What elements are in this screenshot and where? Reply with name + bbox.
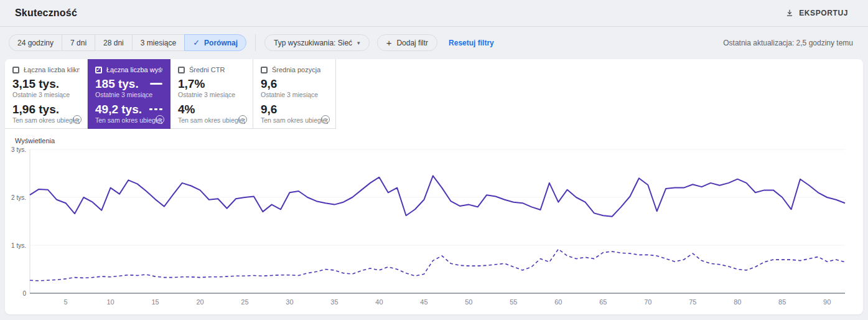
- metric-card-position[interactable]: ✓ Średnia pozycja 9,6 Ostatnie 3 miesiąc…: [253, 59, 336, 129]
- position-primary-caption: Ostatnie 3 miesiące: [261, 91, 328, 98]
- page-title: Skuteczność: [15, 7, 77, 19]
- compare-label: Porównaj: [204, 39, 238, 47]
- svg-text:10: 10: [106, 298, 114, 306]
- compare-toggle-button[interactable]: ✓ Porównaj: [184, 34, 246, 51]
- impressions-secondary-caption: Ten sam okres ubiegłeg...: [95, 116, 162, 124]
- svg-text:15: 15: [151, 298, 159, 306]
- svg-text:0: 0: [22, 290, 26, 297]
- check-icon: ✓: [193, 38, 200, 47]
- help-icon[interactable]: ?: [238, 115, 247, 124]
- download-icon: [785, 9, 794, 17]
- metric-card-ctr[interactable]: ✓ Średni CTR 1,7% Ostatnie 3 miesiące 4%…: [170, 59, 253, 129]
- range-7d-label: 7 dni: [70, 39, 86, 47]
- export-button-label: EKSPORTUJ: [799, 9, 848, 17]
- filter-bar: 24 godziny 7 dni 28 dni 3 miesiące ✓ Por…: [0, 27, 868, 59]
- position-secondary-caption: Ten sam okres ubiegłeg...: [261, 116, 328, 124]
- page-header: Skuteczność EKSPORTUJ: [0, 0, 868, 27]
- svg-text:65: 65: [599, 298, 607, 306]
- filter-divider: [255, 34, 256, 51]
- range-3m-label: 3 miesiące: [141, 39, 176, 47]
- impressions-primary-value: 185 tys.: [95, 77, 139, 91]
- ctr-card-label: Średni CTR: [189, 66, 225, 73]
- impressions-checkbox[interactable]: ✓: [95, 67, 102, 73]
- range-7d-button[interactable]: 7 dni: [62, 34, 95, 51]
- svg-text:35: 35: [330, 298, 338, 306]
- date-range-segmented-control: 24 godziny 7 dni 28 dni 3 miesiące ✓ Por…: [9, 34, 246, 51]
- reset-filters-link[interactable]: Resetuj filtry: [449, 39, 494, 47]
- svg-text:75: 75: [689, 298, 696, 306]
- search-type-label: Typ wyszukiwania: Sieć: [274, 39, 352, 47]
- svg-text:85: 85: [778, 298, 786, 306]
- position-primary-value: 9,6: [261, 77, 328, 91]
- clicks-secondary-caption: Ten sam okres ubiegłeg...: [12, 116, 80, 124]
- position-card-label: Średnia pozycja: [272, 66, 320, 73]
- ctr-checkbox[interactable]: ✓: [178, 67, 185, 73]
- clicks-primary-value: 3,15 tys.: [12, 77, 80, 91]
- svg-text:3 tys.: 3 tys.: [11, 146, 26, 153]
- help-icon[interactable]: ?: [321, 115, 330, 124]
- impressions-primary-caption: Ostatnie 3 miesiące: [95, 91, 162, 98]
- plus-icon: +: [386, 37, 392, 48]
- ctr-secondary-caption: Ten sam okres ubiegłeg...: [178, 116, 245, 124]
- range-28d-label: 28 dni: [103, 39, 124, 47]
- range-24h-button[interactable]: 24 godziny: [9, 34, 62, 51]
- last-update-text: Ostatnia aktualizacja: 2,5 godziny temu: [723, 39, 859, 47]
- metric-cards-row: ✓ Łączna liczba kliknięć 3,15 tys. Ostat…: [5, 59, 863, 129]
- metric-card-impressions[interactable]: ✓ Łączna liczba wyświ... 185 tys. Ostatn…: [88, 59, 170, 129]
- svg-text:50: 50: [465, 298, 472, 306]
- metric-card-clicks[interactable]: ✓ Łączna liczba kliknięć 3,15 tys. Ostat…: [5, 59, 88, 129]
- solid-line-legend-icon: [150, 83, 162, 85]
- impressions-card-label: Łączna liczba wyświ...: [106, 66, 162, 73]
- svg-text:2 tys.: 2 tys.: [11, 194, 26, 201]
- dashed-line-legend-icon: [149, 108, 162, 110]
- chevron-down-icon: ▾: [357, 40, 360, 46]
- range-3m-button[interactable]: 3 miesiące: [132, 34, 184, 51]
- svg-text:90: 90: [823, 298, 831, 306]
- range-28d-button[interactable]: 28 dni: [95, 34, 132, 51]
- help-icon[interactable]: ?: [156, 115, 164, 124]
- svg-text:70: 70: [644, 298, 651, 306]
- range-24h-label: 24 godziny: [17, 39, 54, 47]
- svg-text:55: 55: [510, 298, 517, 306]
- add-filter-label: Dodaj filtr: [396, 39, 428, 47]
- line-chart-canvas[interactable]: 3 tys.2 tys.1 tys.0510152025303540455055…: [5, 139, 863, 311]
- svg-text:25: 25: [241, 298, 248, 306]
- clicks-checkbox[interactable]: ✓: [12, 67, 19, 73]
- ctr-secondary-value: 4%: [178, 103, 245, 116]
- svg-text:1 tys.: 1 tys.: [11, 242, 26, 249]
- help-icon[interactable]: ?: [73, 115, 82, 124]
- svg-text:30: 30: [286, 298, 293, 306]
- check-icon: ✓: [96, 67, 101, 73]
- position-checkbox[interactable]: ✓: [261, 67, 268, 73]
- svg-text:60: 60: [554, 298, 562, 306]
- chart-y-axis-title: Wyświetlenia: [15, 137, 55, 144]
- clicks-secondary-value: 1,96 tys.: [12, 103, 80, 116]
- clicks-card-label: Łączna liczba kliknięć: [24, 66, 80, 73]
- clicks-primary-caption: Ostatnie 3 miesiące: [12, 91, 80, 98]
- export-button[interactable]: EKSPORTUJ: [780, 5, 853, 21]
- position-secondary-value: 9,6: [261, 103, 328, 116]
- impressions-chart[interactable]: Wyświetlenia 3 tys.2 tys.1 tys.051015202…: [5, 139, 863, 311]
- ctr-primary-value: 1,7%: [178, 77, 245, 91]
- svg-text:5: 5: [64, 298, 68, 306]
- svg-text:80: 80: [734, 298, 741, 306]
- performance-panel: ✓ Łączna liczba kliknięć 3,15 tys. Ostat…: [5, 59, 863, 314]
- ctr-primary-caption: Ostatnie 3 miesiące: [178, 91, 245, 98]
- add-filter-button[interactable]: + Dodaj filtr: [377, 34, 437, 51]
- search-type-dropdown[interactable]: Typ wyszukiwania: Sieć ▾: [264, 34, 370, 51]
- svg-text:40: 40: [375, 298, 383, 306]
- svg-text:45: 45: [420, 298, 427, 306]
- impressions-secondary-value: 49,2 tys.: [95, 103, 142, 116]
- svg-text:20: 20: [196, 298, 203, 306]
